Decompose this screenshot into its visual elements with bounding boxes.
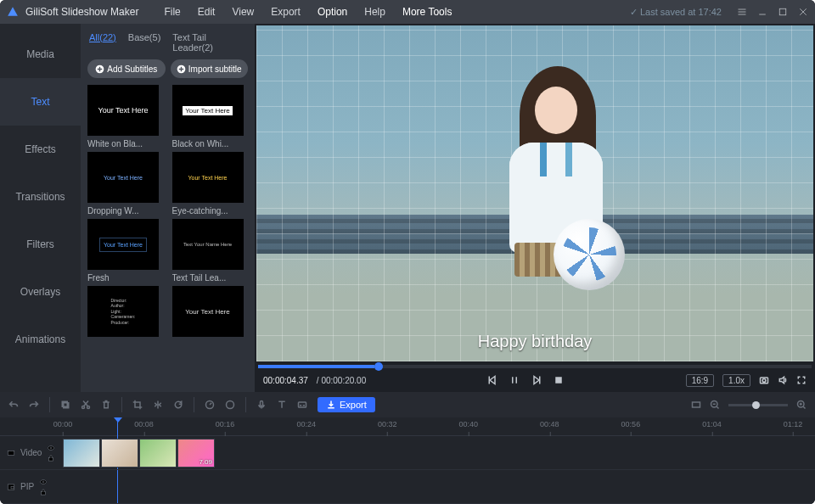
playback-speed-chip[interactable]: 1.0x [722, 374, 750, 387]
subtitle-icon[interactable] [297, 400, 307, 410]
import-subtitle-button[interactable]: Import subtitle [171, 59, 249, 78]
nav-overlays[interactable]: Overlays [0, 268, 81, 316]
video-track[interactable]: Video 7.09 [0, 436, 815, 470]
stop-icon[interactable] [554, 375, 564, 385]
menu-help[interactable]: Help [364, 6, 385, 18]
template-grid: Your Text HereWhite on Bla...Your Text H… [87, 85, 248, 340]
preview-scrubber[interactable] [258, 365, 812, 368]
template-card[interactable]: Your Text HereEye-catching... [172, 152, 249, 216]
eye-icon[interactable] [39, 478, 48, 486]
pause-icon[interactable] [509, 375, 520, 385]
add-subtitles-button[interactable]: Add Subtitles [87, 59, 166, 78]
app-title: GiliSoft Slideshow Maker [25, 6, 138, 18]
svg-rect-13 [261, 401, 263, 406]
color-icon[interactable] [225, 400, 235, 410]
template-card[interactable]: Your Text HereDropping W... [87, 152, 164, 216]
svg-point-10 [87, 406, 90, 409]
titlebar: GiliSoft Slideshow Maker FileEditViewExp… [0, 0, 815, 24]
svg-rect-22 [11, 486, 14, 489]
nav-animations[interactable]: Animations [0, 316, 81, 363]
svg-rect-15 [693, 402, 700, 407]
snapshot-icon[interactable] [759, 375, 769, 385]
plus-circle-icon [95, 64, 104, 74]
aspect-ratio-chip[interactable]: 16:9 [686, 374, 714, 387]
left-nav: MediaTextEffectsTransitionsFiltersOverla… [0, 24, 81, 392]
ruler-tick: 00:32 [378, 420, 397, 428]
zoom-out-icon[interactable] [710, 400, 720, 410]
redo-icon[interactable] [29, 400, 39, 410]
main-menu: FileEditViewExportOptionHelpMore Tools [164, 6, 452, 18]
mic-icon[interactable] [256, 400, 267, 410]
minimize-icon[interactable] [757, 7, 767, 17]
template-card[interactable]: Your Text HereFresh [87, 219, 164, 283]
pip-track[interactable]: PIP [0, 470, 815, 504]
crop-icon[interactable] [132, 400, 143, 410]
ruler-tick: 01:04 [702, 420, 722, 428]
maximize-icon[interactable] [778, 7, 788, 17]
video-track-icon [7, 449, 15, 457]
template-caption: Dropping W... [87, 206, 159, 216]
skip-back-icon[interactable] [487, 375, 497, 385]
template-caption: Text Tail Lea... [172, 273, 244, 283]
close-icon[interactable] [798, 7, 808, 17]
split-icon[interactable] [153, 400, 163, 410]
undo-icon[interactable] [8, 400, 19, 410]
template-tab[interactable]: Base(5) [128, 32, 161, 53]
template-tab[interactable]: Text Tail Leader(2) [172, 32, 246, 53]
menu-view[interactable]: View [232, 6, 254, 18]
speed-icon[interactable] [205, 400, 215, 410]
edit-toolbar: Export [0, 392, 815, 417]
svg-rect-18 [8, 451, 14, 455]
zoom-in-icon[interactable] [796, 400, 807, 410]
skip-forward-icon[interactable] [531, 375, 542, 385]
plus-circle-icon [177, 64, 186, 74]
svg-point-12 [227, 401, 234, 409]
eye-icon[interactable] [47, 444, 55, 452]
nav-effects[interactable]: Effects [0, 126, 81, 173]
svg-marker-0 [8, 7, 18, 16]
timeline-clip[interactable]: 7.09 [177, 439, 215, 468]
svg-point-9 [82, 406, 85, 409]
nav-text[interactable]: Text [0, 78, 81, 126]
ruler-tick: 00:56 [621, 420, 641, 428]
lock-icon[interactable] [47, 454, 55, 462]
template-card[interactable]: Text Your Name HereText Tail Lea... [172, 219, 249, 283]
menu-option[interactable]: Option [318, 6, 347, 18]
delete-icon[interactable] [101, 400, 111, 410]
volume-icon[interactable] [778, 375, 788, 385]
cut-icon[interactable] [81, 400, 91, 410]
timeline-clip[interactable] [63, 439, 100, 468]
menu-file[interactable]: File [164, 6, 180, 18]
timeline-clip[interactable] [139, 439, 177, 468]
menu-export[interactable]: Export [271, 6, 301, 18]
nav-media[interactable]: Media [0, 31, 81, 78]
hamburger-icon[interactable] [737, 7, 747, 17]
preview-controls: 00:00:04.37 / 00:00:20.00 16:9 1.0x [255, 368, 815, 392]
preview-subtitle-overlay: Happy birthday [256, 332, 813, 351]
fit-icon[interactable] [691, 400, 701, 410]
timeline-clip[interactable] [101, 439, 138, 468]
menu-more-tools[interactable]: More Tools [402, 6, 452, 18]
lock-icon[interactable] [39, 488, 48, 496]
nav-filters[interactable]: Filters [0, 221, 81, 268]
copy-icon[interactable] [60, 400, 70, 410]
template-card[interactable]: Your Text HereBlack on Whi... [172, 85, 249, 148]
svg-point-6 [762, 379, 766, 383]
template-card[interactable]: Your Text HereWhite on Bla... [87, 85, 164, 148]
export-button[interactable]: Export [318, 397, 375, 412]
app-logo-icon [7, 6, 19, 18]
ruler-tick: 00:24 [296, 420, 316, 428]
timeline-ruler[interactable]: 00:0000:0800:1600:2400:3200:4000:4800:56… [0, 417, 815, 436]
menu-edit[interactable]: Edit [198, 6, 216, 18]
template-card[interactable]: Your Text Here [172, 286, 249, 340]
ruler-tick: 00:08 [134, 420, 154, 428]
template-tab[interactable]: All(22) [89, 32, 116, 53]
text-icon[interactable] [277, 400, 287, 410]
template-card[interactable]: Director: Author: Light: Cameramen: Prod… [87, 286, 164, 340]
last-saved-status: ✓ Last saved at 17:42 [630, 7, 722, 18]
fullscreen-icon[interactable] [796, 375, 807, 385]
zoom-slider[interactable] [728, 404, 788, 406]
preview-video[interactable]: Happy birthday [256, 25, 813, 361]
rotate-icon[interactable] [173, 400, 183, 410]
nav-transitions[interactable]: Transitions [0, 173, 81, 221]
